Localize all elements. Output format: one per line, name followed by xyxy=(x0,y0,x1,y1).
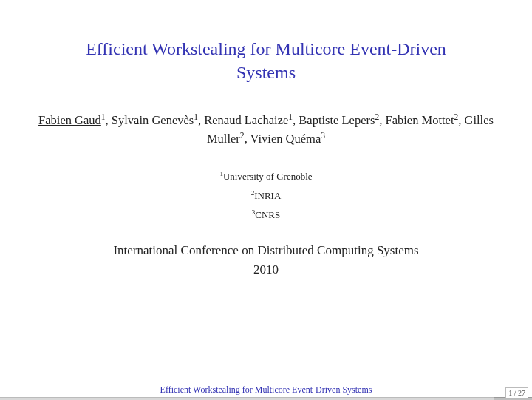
presentation-title: Efficient Workstealing for Multicore Eve… xyxy=(0,0,532,85)
author-sup: 2 xyxy=(375,112,379,121)
footer-short-title: Efficient Workstealing for Multicore Eve… xyxy=(0,384,532,396)
progress-bar xyxy=(0,397,532,400)
conference-name: International Conference on Distributed … xyxy=(113,243,418,257)
author: Fabien Mottet xyxy=(385,113,454,127)
slide: Efficient Workstealing for Multicore Eve… xyxy=(0,0,532,400)
author: Renaud Lachaize xyxy=(204,113,288,127)
author-sup: 1 xyxy=(194,112,198,121)
affil-name: University of Grenoble xyxy=(223,171,313,182)
author-presenter: Fabien Gaud xyxy=(38,113,101,127)
footer: Efficient Workstealing for Multicore Eve… xyxy=(0,384,532,400)
affiliations-block: 1University of Grenoble 2INRIA 3CNRS xyxy=(0,167,532,225)
author-sup: 3 xyxy=(321,130,325,139)
page-number-box: 1 / 27 xyxy=(505,387,528,399)
progress-bar-track xyxy=(0,397,494,400)
title-line-1: Efficient Workstealing for Multicore Eve… xyxy=(86,39,446,58)
author: Baptiste Lepers xyxy=(299,113,375,127)
author-sup: 2 xyxy=(240,130,245,139)
conference-block: International Conference on Distributed … xyxy=(0,241,532,279)
page-sep: / xyxy=(512,389,518,397)
affil-name: CNRS xyxy=(255,209,280,220)
author-sup: 1 xyxy=(288,112,293,121)
page-total: 27 xyxy=(518,389,525,397)
affiliation: 3CNRS xyxy=(0,206,532,225)
affiliation: 1University of Grenoble xyxy=(0,167,532,186)
author: Sylvain Genevès xyxy=(112,113,194,127)
author-sup: 2 xyxy=(454,112,459,121)
affil-name: INRIA xyxy=(254,190,281,201)
authors-block: Fabien Gaud1, Sylvain Genevès1, Renaud L… xyxy=(0,112,532,149)
author-sup: 1 xyxy=(101,112,106,121)
author: Vivien Quéma xyxy=(250,132,321,146)
title-line-2: Systems xyxy=(236,63,296,82)
affiliation: 2INRIA xyxy=(0,186,532,206)
conference-year: 2010 xyxy=(253,262,279,277)
